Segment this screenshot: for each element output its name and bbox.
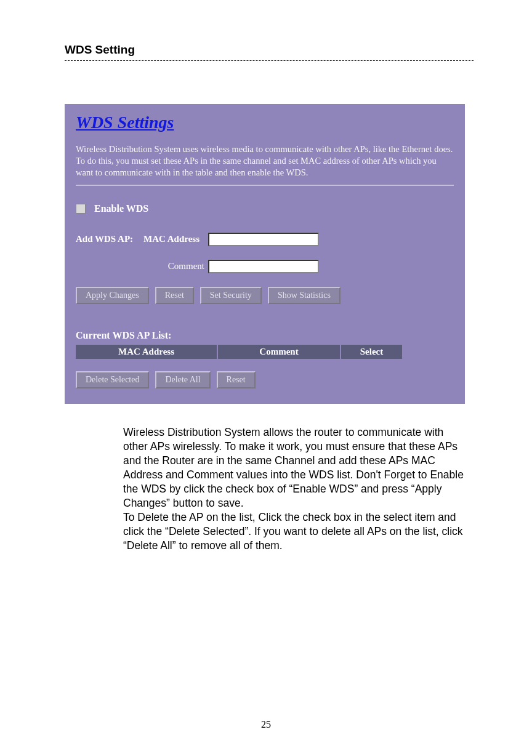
wds-settings-panel: WDS Settings Wireless Distribution Syste… xyxy=(65,104,465,404)
paragraph-1: Wireless Distribution System allows the … xyxy=(123,425,464,511)
panel-divider xyxy=(76,185,454,186)
reset-button[interactable]: Reset xyxy=(155,287,194,304)
comment-label: Comment xyxy=(137,261,208,271)
col-mac: MAC Address xyxy=(76,345,217,359)
col-comment: Comment xyxy=(217,345,341,359)
enable-wds-row: Enable WDS xyxy=(76,203,454,214)
page-title: WDS Setting xyxy=(65,43,474,57)
delete-all-button[interactable]: Delete All xyxy=(155,371,210,388)
panel-description: Wireless Distribution System uses wirele… xyxy=(76,143,454,179)
comment-input[interactable] xyxy=(208,260,319,273)
show-statistics-button[interactable]: Show Statistics xyxy=(268,287,341,304)
panel-title: WDS Settings xyxy=(76,113,454,132)
col-select: Select xyxy=(341,345,402,359)
body-text: Wireless Distribution System allows the … xyxy=(123,425,464,553)
mac-address-label: MAC Address xyxy=(143,234,208,244)
title-divider xyxy=(65,60,474,61)
ap-list-title: Current WDS AP List: xyxy=(76,330,454,341)
apply-changes-button[interactable]: Apply Changes xyxy=(76,287,149,304)
paragraph-2: To Delete the AP on the list, Click the … xyxy=(123,510,464,553)
enable-wds-label: Enable WDS xyxy=(94,203,148,214)
page-number: 25 xyxy=(0,719,532,730)
mac-address-input[interactable] xyxy=(208,233,319,246)
reset-list-button[interactable]: Reset xyxy=(217,371,256,388)
delete-selected-button[interactable]: Delete Selected xyxy=(76,371,149,388)
ap-list-table: MAC Address Comment Select xyxy=(76,345,402,359)
add-wds-label: Add WDS AP: xyxy=(76,234,143,244)
set-security-button[interactable]: Set Security xyxy=(200,287,262,304)
enable-wds-checkbox[interactable] xyxy=(76,204,86,214)
